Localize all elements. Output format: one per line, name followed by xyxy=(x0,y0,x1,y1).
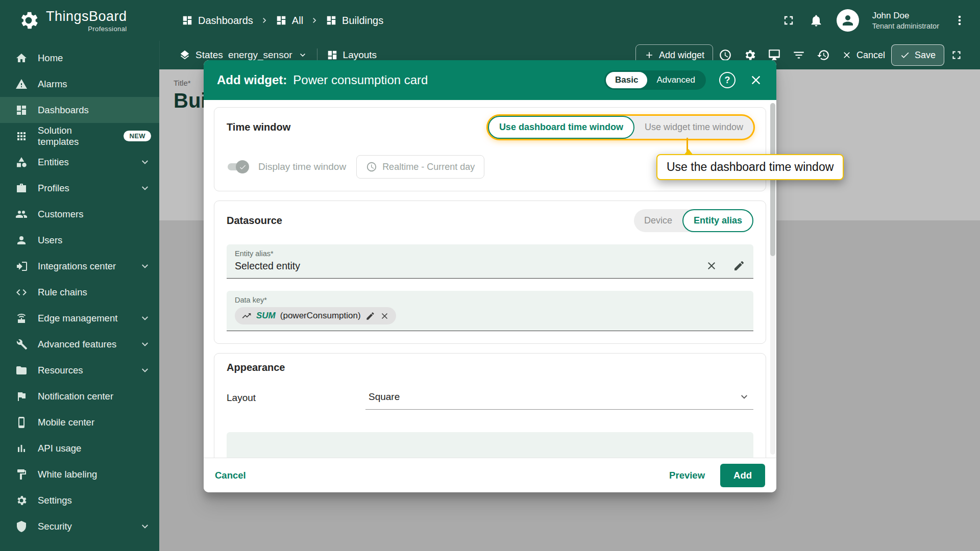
settings-mode-toggle: Basic Advanced xyxy=(604,70,706,90)
sidebar-item-resources[interactable]: Resources xyxy=(0,357,159,383)
sidebar-item-entities[interactable]: Entities xyxy=(0,149,159,175)
sidebar-item-label: Rule chains xyxy=(38,287,87,298)
gear-icon xyxy=(15,494,28,507)
profiles-icon xyxy=(15,182,28,194)
close-dialog-icon[interactable] xyxy=(749,73,763,87)
avatar[interactable] xyxy=(837,9,859,32)
clear-entity-alias-icon[interactable] xyxy=(705,260,718,272)
top-bar: ThingsBoard Professional Dashboards All … xyxy=(0,0,980,41)
fullscreen-icon[interactable] xyxy=(781,13,796,28)
breadcrumb: Dashboards All Buildings xyxy=(182,15,383,27)
entity-alias-option-button[interactable]: Entity alias xyxy=(682,209,753,232)
save-button[interactable]: Save xyxy=(891,44,944,66)
sidebar-item-dashboards[interactable]: Dashboards xyxy=(0,97,159,123)
sidebar-item-white-labeling[interactable]: White labeling xyxy=(0,461,159,487)
sidebar-item-settings[interactable]: Settings xyxy=(0,487,159,513)
datasource-section: Datasource Device Entity alias Entity al… xyxy=(214,201,766,344)
breadcrumb-all[interactable]: All xyxy=(276,15,303,27)
states-label: States xyxy=(195,49,223,61)
solution-templates-icon xyxy=(15,130,28,142)
sidebar-item-integrations-center[interactable]: Integrations center xyxy=(0,253,159,279)
notifications-bell-icon[interactable] xyxy=(809,13,823,28)
home-icon xyxy=(15,52,28,64)
sidebar-item-notification-center[interactable]: Notification center xyxy=(0,383,159,409)
app-logo[interactable]: ThingsBoard Professional xyxy=(0,9,159,33)
remove-data-key-icon[interactable] xyxy=(380,311,389,321)
edge-management-icon xyxy=(15,312,28,324)
sidebar-item-label: Security xyxy=(38,521,72,532)
chevron-down-icon xyxy=(139,182,151,194)
layouts-icon xyxy=(327,49,338,61)
sidebar-item-label: Notification center xyxy=(38,391,113,402)
entity-alias-field[interactable]: Entity alias* Selected entity xyxy=(227,244,753,279)
version-history-icon[interactable] xyxy=(817,48,830,62)
sidebar-item-mobile-center[interactable]: Mobile center xyxy=(0,409,159,435)
chevron-down-icon xyxy=(139,338,151,350)
dialog-cancel-button[interactable]: Cancel xyxy=(215,470,246,481)
chevron-down-icon xyxy=(139,156,151,168)
app-name: ThingsBoard xyxy=(46,9,127,24)
breadcrumb-label: Dashboards xyxy=(198,15,253,27)
dialog-add-button[interactable]: Add xyxy=(720,464,765,487)
sidebar-item-rule-chains[interactable]: Rule chains xyxy=(0,279,159,305)
sidebar-item-label: Entities xyxy=(38,157,69,168)
device-option-button[interactable]: Device xyxy=(634,209,682,232)
alarm-icon xyxy=(15,78,28,90)
white-labeling-icon xyxy=(15,468,28,481)
add-widget-dialog: Add widget: Power consumption card Basic… xyxy=(204,60,776,492)
filter-icon[interactable] xyxy=(792,48,805,62)
sidebar-item-edge-management[interactable]: Edge management xyxy=(0,305,159,331)
sidebar-item-profiles[interactable]: Profiles xyxy=(0,175,159,201)
fullscreen-icon[interactable] xyxy=(950,48,963,62)
tour-tooltip-text: Use the dashboard time window xyxy=(667,160,834,173)
dashboards-icon xyxy=(182,15,193,26)
realtime-current-day-button[interactable]: Realtime - Current day xyxy=(356,155,484,179)
plus-icon xyxy=(644,50,654,60)
sidebar-item-advanced-features[interactable]: Advanced features xyxy=(0,331,159,357)
layers-icon xyxy=(179,49,190,61)
mode-basic-button[interactable]: Basic xyxy=(606,72,647,88)
chevron-down-icon xyxy=(139,312,151,324)
user-name: John Doe xyxy=(872,10,939,21)
breadcrumb-dashboards[interactable]: Dashboards xyxy=(182,15,253,27)
dashboards-icon xyxy=(276,15,287,26)
datasource-title: Datasource xyxy=(227,215,282,227)
states-value: energy_sensor xyxy=(228,49,292,61)
trending-up-icon xyxy=(241,311,252,321)
states-selector[interactable]: States energy_sensor xyxy=(179,49,308,61)
sidebar-item-security[interactable]: Security xyxy=(0,513,159,539)
breadcrumb-buildings[interactable]: Buildings xyxy=(326,15,383,27)
chevron-down-icon xyxy=(139,260,151,272)
edit-entity-alias-pencil-icon[interactable] xyxy=(733,260,745,272)
user-info[interactable]: John Doe Tenant administrator xyxy=(872,10,939,30)
cancel-label: Cancel xyxy=(856,50,885,61)
use-dashboard-time-window-button[interactable]: Use dashboard time window xyxy=(488,116,634,139)
entity-alias-label: Entity alias* xyxy=(235,249,745,258)
sidebar-item-label: Resources xyxy=(38,365,83,376)
layouts-button[interactable]: Layouts xyxy=(327,49,377,61)
sidebar-item-api-usage[interactable]: API usage xyxy=(0,435,159,461)
data-key-field[interactable]: Data key* SUM (powerConsumption) xyxy=(227,291,753,331)
data-key-chip[interactable]: SUM (powerConsumption) xyxy=(235,307,396,324)
sidebar-item-label: Advanced features xyxy=(38,339,116,350)
edit-data-key-pencil-icon[interactable] xyxy=(365,311,375,321)
display-time-window-toggle[interactable] xyxy=(227,161,248,173)
dialog-preview-button[interactable]: Preview xyxy=(669,470,705,481)
notification-center-icon xyxy=(15,390,28,403)
sidebar-item-customers[interactable]: Customers xyxy=(0,201,159,227)
rule-chains-icon xyxy=(15,286,28,298)
appearance-title: Appearance xyxy=(227,362,285,373)
kebab-menu-icon[interactable] xyxy=(952,13,967,28)
layout-select[interactable]: Square xyxy=(365,386,753,410)
sidebar-item-alarms[interactable]: Alarms xyxy=(0,71,159,97)
sidebar-item-solution-templates[interactable]: Solution templates NEW xyxy=(0,123,159,149)
use-widget-time-window-button[interactable]: Use widget time window xyxy=(634,116,753,139)
sidebar-item-home[interactable]: Home xyxy=(0,45,159,71)
cancel-edit-button[interactable]: Cancel xyxy=(836,44,891,66)
chevron-right-icon xyxy=(259,15,270,26)
data-key-argument: (powerConsumption) xyxy=(280,311,361,321)
entities-icon xyxy=(15,156,28,168)
help-button[interactable]: ? xyxy=(719,72,736,88)
mode-advanced-button[interactable]: Advanced xyxy=(647,72,704,88)
sidebar-item-users[interactable]: Users xyxy=(0,227,159,253)
